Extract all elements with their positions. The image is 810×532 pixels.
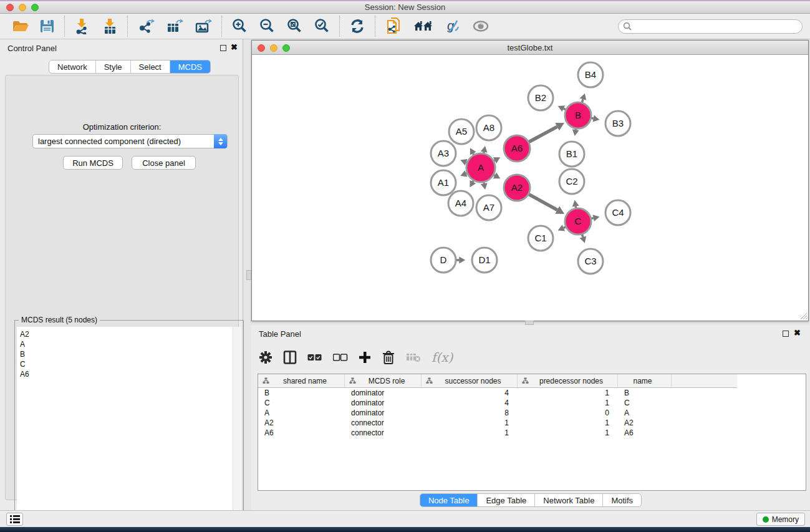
table-cell: 4 (422, 388, 518, 398)
zoom-out-button[interactable] (253, 15, 281, 37)
graph-edge-A2-C[interactable] (529, 195, 557, 210)
close-panel-icon[interactable]: ✖ (231, 42, 238, 52)
open-session-button[interactable] (6, 15, 34, 37)
toolbar-separator (127, 16, 128, 37)
table-row[interactable]: Cdominator41C (258, 398, 806, 408)
unselect-all-columns-button[interactable] (333, 354, 348, 361)
tab-select[interactable]: Select (131, 60, 170, 73)
close-table-panel-icon[interactable]: ✖ (794, 328, 801, 337)
table-row[interactable]: A6connector11A6 (258, 428, 806, 438)
table-row[interactable]: Bdominator41B (258, 388, 806, 398)
resize-grip-icon[interactable] (799, 311, 808, 320)
main-toolbar: g (0, 14, 810, 39)
network-zoom-button[interactable] (282, 44, 290, 52)
criterion-select[interactable]: largest connected component (directed) (32, 134, 228, 148)
tab-network-table[interactable]: Network Table (535, 494, 603, 506)
zoom-window-button[interactable] (31, 4, 39, 11)
mcds-result-box: MCDS result (5 nodes) A2ABCA6 (14, 320, 244, 532)
table-settings-button[interactable] (259, 351, 272, 364)
tab-mcds[interactable]: MCDS (170, 60, 210, 73)
delete-table-button[interactable] (406, 352, 421, 362)
select-all-columns-button[interactable] (307, 354, 322, 361)
table-body: Bdominator41BCdominator41CAdominator80AA… (258, 388, 806, 438)
export-network-button[interactable] (132, 15, 160, 37)
tab-network[interactable]: Network (49, 60, 96, 73)
graph-edge-C-C1[interactable] (564, 227, 566, 228)
trash-icon (382, 351, 395, 365)
export-table-button[interactable] (160, 15, 189, 37)
export-network-icon (137, 18, 155, 34)
result-scrollbar[interactable] (233, 327, 241, 532)
network-window-titlebar[interactable]: testGlobe.txt (252, 41, 808, 55)
import-table-button[interactable] (96, 15, 123, 37)
result-item[interactable]: A2 (20, 329, 234, 339)
graph-edge-A6-B[interactable] (529, 127, 557, 142)
minimize-window-button[interactable] (19, 4, 26, 11)
node-label: C2 (566, 176, 577, 186)
close-window-button[interactable] (6, 4, 14, 11)
node-label: D1 (478, 254, 490, 265)
graph-edge-B-B2[interactable] (564, 109, 566, 110)
graph-edge-C-C3[interactable] (582, 235, 583, 237)
node-label: A5 (456, 126, 467, 137)
zoom-fit-button[interactable] (281, 15, 308, 37)
tab-node-table[interactable]: Node Table (420, 494, 478, 506)
splitter-handle-vertical[interactable] (246, 270, 251, 280)
node-label: B3 (612, 118, 624, 128)
create-column-button[interactable] (359, 351, 371, 364)
table-cell: connector (345, 418, 422, 428)
show-hide-button[interactable] (466, 15, 495, 37)
search-input[interactable] (635, 21, 802, 32)
network-close-button[interactable] (258, 44, 265, 52)
zoom-selected-button[interactable] (308, 15, 335, 37)
task-history-button[interactable] (6, 513, 23, 526)
import-network-button[interactable] (69, 15, 96, 37)
float-panel-icon[interactable] (220, 45, 226, 51)
function-builder-button[interactable]: f(x) (432, 350, 453, 365)
show-columns-button[interactable] (283, 351, 297, 364)
table-panel-title: Table Panel (259, 329, 301, 339)
splitter-handle-horizontal[interactable] (525, 321, 534, 325)
memory-button[interactable]: Memory (756, 513, 805, 526)
run-mcds-button[interactable]: Run MCDS (63, 156, 123, 170)
result-item[interactable]: A (20, 339, 234, 349)
column-header-successor-nodes[interactable]: successor nodes (422, 374, 518, 387)
refresh-button[interactable] (344, 15, 371, 37)
delete-column-button[interactable] (382, 351, 395, 365)
network-canvas[interactable]: B4B2BB3A8A5A6B1A3AC2A1A2A4A7C4CC1C3DD1 (252, 55, 808, 321)
tab-motifs[interactable]: Motifs (603, 494, 641, 506)
column-header-shared-name[interactable]: shared name (258, 374, 345, 387)
node-label: D (440, 254, 447, 265)
open-folder-icon (12, 19, 29, 33)
save-session-button[interactable] (34, 15, 60, 37)
table-row[interactable]: Adominator80A (258, 408, 806, 418)
node-label: A7 (483, 202, 494, 213)
close-panel-button[interactable]: Close panel (132, 156, 196, 170)
network-window-title: testGlobe.txt (252, 41, 808, 55)
home-button[interactable] (408, 15, 439, 37)
memory-label: Memory (772, 515, 799, 524)
clone-network-button[interactable] (379, 15, 408, 37)
table-cell: A6 (258, 428, 345, 438)
network-minimize-button[interactable] (270, 44, 277, 52)
result-item[interactable]: C (20, 359, 234, 369)
float-table-panel-icon[interactable] (783, 331, 789, 337)
column-header-name[interactable]: name (618, 374, 672, 387)
zoom-in-icon (231, 18, 248, 34)
app-titlebar[interactable]: Session: New Session (0, 1, 810, 14)
column-type-icon (522, 377, 529, 384)
column-header-predecessor-nodes[interactable]: predecessor nodes (518, 374, 618, 387)
column-header-MCDS-role[interactable]: MCDS role (345, 374, 422, 387)
result-item[interactable]: A6 (20, 369, 234, 379)
vizmapper-button[interactable]: g (439, 15, 466, 37)
tab-edge-table[interactable]: Edge Table (478, 494, 535, 506)
tab-style[interactable]: Style (96, 60, 131, 73)
zoom-in-button[interactable] (226, 15, 253, 37)
graph-edge-B-B4[interactable] (582, 99, 582, 102)
table-cell: connector (345, 428, 422, 438)
table-row[interactable]: A2connector11A2 (258, 418, 806, 428)
result-item[interactable]: B (20, 349, 234, 359)
traffic-lights (6, 4, 39, 11)
export-image-button[interactable] (189, 15, 218, 37)
mcds-result-list[interactable]: A2ABCA6 (17, 327, 234, 532)
